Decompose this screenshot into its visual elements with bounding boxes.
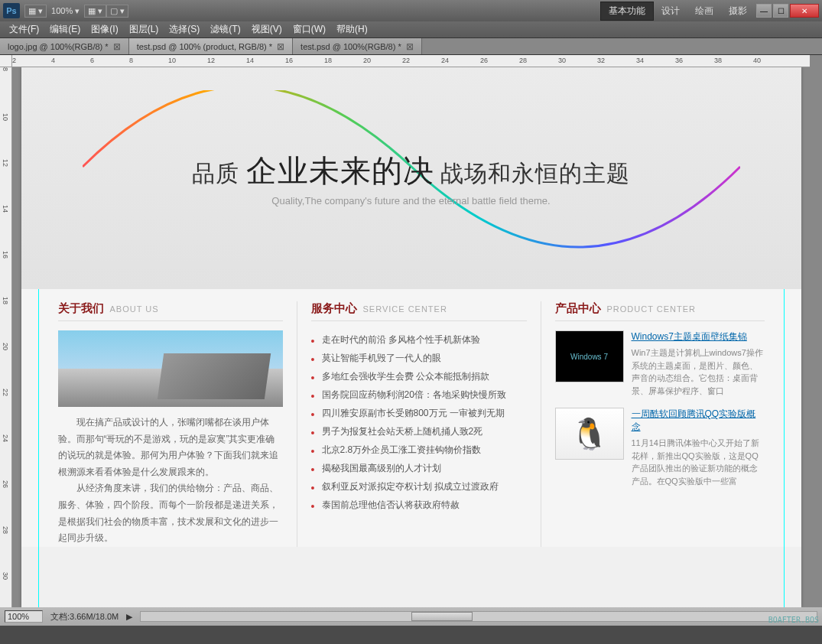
maximize-button[interactable]: ☐ <box>773 4 788 18</box>
service-item[interactable]: 泰国前总理他信否认将获政府特赦 <box>311 496 527 514</box>
product-column: 产品中心PRODUCT CENTER Windows 7Windows7主题桌面… <box>541 301 778 547</box>
product-title[interactable]: Windows7主题桌面壁纸集锦 <box>632 330 765 343</box>
menu-select[interactable]: 选择(S) <box>164 21 204 37</box>
product-item: 🐧一周酷软回顾腾讯QQ实验版概念11月14日腾讯体验中心又开始了新花样，新推出Q… <box>555 408 765 487</box>
service-item[interactable]: 北京2.8万外企员工涨工资挂钩物价指数 <box>311 441 527 459</box>
about-para-2: 从经济角度来讲，我们的供给物分：产品、商品、服务、体验，四个阶段。而每个一阶段都… <box>58 480 283 546</box>
ruler-horizontal[interactable]: 246810121416182022242628303234363840 <box>12 55 810 67</box>
menu-edit[interactable]: 编辑(E) <box>45 21 85 37</box>
hero-banner: 品质 企业未来的决 战场和永恒的主题 Quality,The company's… <box>21 67 801 289</box>
service-item[interactable]: 走在时代的前沿 多风格个性手机新体验 <box>311 330 527 349</box>
service-list: 走在时代的前沿 多风格个性手机新体验莫让智能手机毁了一代人的眼多地红会强收学生会… <box>311 330 527 514</box>
titlebar: Ps ▦ ▾ 100% ▾ ▦ ▾ ▢ ▾ 基本功能 设计 绘画 摄影 — ☐ … <box>0 0 822 21</box>
zoom-dropdown[interactable]: 100% ▾ <box>47 5 84 18</box>
tool-preset-dropdown[interactable]: ▦ ▾ <box>24 5 47 18</box>
service-item[interactable]: 男子为报复社会站天桥上随机捅人致2死 <box>311 422 527 441</box>
minimize-button[interactable]: — <box>756 4 772 18</box>
zoom-field[interactable]: 100% <box>5 610 43 623</box>
workspace-tab-design[interactable]: 设计 <box>654 2 687 20</box>
service-item[interactable]: 四川雅安原副市长受贿800万元 一审被判无期 <box>311 404 527 422</box>
doc-size: 文档:3.66M/18.0M <box>50 611 119 623</box>
about-image <box>58 330 283 407</box>
about-header: 关于我们ABOUT US <box>58 301 283 321</box>
doctab-test[interactable]: test.psd @ 100%(RGB/8) *⊠ <box>293 38 422 54</box>
workspace-tab-photography[interactable]: 摄影 <box>721 2 755 20</box>
statusbar: 100% 文档:3.66M/18.0M ▶ BOAFTER.BOS <box>0 607 822 626</box>
close-icon[interactable]: ⊠ <box>113 41 121 52</box>
ruler-origin[interactable] <box>0 55 12 67</box>
product-title[interactable]: 一周酷软回顾腾讯QQ实验版概念 <box>632 408 765 434</box>
product-thumb: 🐧 <box>555 408 624 460</box>
canvas[interactable]: 品质 企业未来的决 战场和永恒的主题 Quality,The company's… <box>21 67 801 607</box>
document-tabs: logo.jpg @ 100%(RGB/8) *⊠ test.psd @ 100… <box>0 38 822 55</box>
close-icon[interactable]: ⊠ <box>406 41 414 52</box>
menu-image[interactable]: 图像(I) <box>86 21 122 37</box>
menu-help[interactable]: 帮助(H) <box>332 21 372 37</box>
about-para-1: 现在搞产品或设计的人，张嘴闭嘴都在谈用户体验。而那句“哥玩的不是游戏，玩的是寂寞… <box>58 415 283 480</box>
app-logo: Ps <box>3 3 20 18</box>
close-button[interactable]: ✕ <box>790 4 819 18</box>
close-icon[interactable]: ⊠ <box>277 41 284 52</box>
service-item[interactable]: 多地红会强收学生会费 公众本能抵制捐款 <box>311 367 527 385</box>
product-item: Windows 7Windows7主题桌面壁纸集锦Win7主题是计算机上wind… <box>555 330 765 397</box>
product-thumb: Windows 7 <box>555 330 624 382</box>
menu-file[interactable]: 文件(F) <box>5 21 44 37</box>
arrange-dropdown[interactable]: ▦ ▾ <box>84 5 106 18</box>
watermark: BOAFTER.BOS <box>768 616 819 624</box>
ruler-vertical[interactable]: 81012141618202224262830 <box>0 67 12 607</box>
service-item[interactable]: 国务院回应药物利润20倍：各地采购快慢所致 <box>311 385 527 404</box>
content-columns: 关于我们ABOUT US 现在搞产品或设计的人，张嘴闭嘴都在谈用户体验。而那句“… <box>21 289 801 547</box>
product-desc: Win7主题是计算机上windows7操作系统的主题桌面，是图片、颜色、声音的动… <box>632 346 765 397</box>
workspace-tab-essentials[interactable]: 基本功能 <box>600 2 654 21</box>
horizontal-scrollbar[interactable] <box>140 611 817 622</box>
menu-view[interactable]: 视图(V) <box>247 21 287 37</box>
menu-layer[interactable]: 图层(L) <box>125 21 164 37</box>
product-desc: 11月14日腾讯体验中心又开始了新花样，新推出QQ实验版，这是QQ产品团队推出的… <box>632 437 765 487</box>
service-column: 服务中心SERVICE CENTER 走在时代的前沿 多风格个性手机新体验莫让智… <box>297 301 541 547</box>
service-item[interactable]: 揭秘我国最高级别的人才计划 <box>311 459 527 477</box>
menubar: 文件(F) 编辑(E) 图像(I) 图层(L) 选择(S) 滤镜(T) 视图(V… <box>0 21 822 38</box>
doctab-test-product[interactable]: test.psd @ 100% (product, RGB/8) *⊠ <box>129 38 293 54</box>
service-item[interactable]: 莫让智能手机毁了一代人的眼 <box>311 349 527 367</box>
workspace-tab-painting[interactable]: 绘画 <box>687 2 721 20</box>
screen-mode-dropdown[interactable]: ▢ ▾ <box>106 5 128 18</box>
scrollbar-thumb[interactable] <box>411 612 473 621</box>
canvas-viewport[interactable]: 品质 企业未来的决 战场和永恒的主题 Quality,The company's… <box>12 67 810 607</box>
menu-filter[interactable]: 滤镜(T) <box>206 21 245 37</box>
doctab-logo[interactable]: logo.jpg @ 100%(RGB/8) *⊠ <box>0 38 129 54</box>
workarea: 246810121416182022242628303234363840 810… <box>0 55 822 626</box>
hero-subtitle: Quality,The company's future and the ete… <box>271 195 550 207</box>
product-header: 产品中心PRODUCT CENTER <box>555 301 765 321</box>
menu-window[interactable]: 窗口(W) <box>288 21 330 37</box>
service-header: 服务中心SERVICE CENTER <box>311 301 527 321</box>
statusbar-arrow-icon[interactable]: ▶ <box>126 612 132 622</box>
hero-title: 品质 企业未来的决 战场和永恒的主题 <box>192 150 630 192</box>
service-item[interactable]: 叙利亚反对派拟定夺权计划 拟成立过渡政府 <box>311 477 527 496</box>
about-column: 关于我们ABOUT US 现在搞产品或设计的人，张嘴闭嘴都在谈用户体验。而那句“… <box>44 301 297 547</box>
